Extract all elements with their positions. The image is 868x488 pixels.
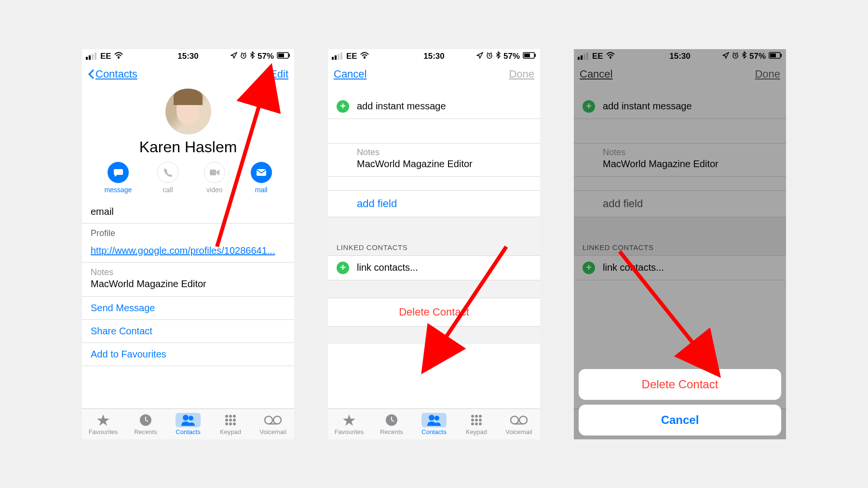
tab-bar: Favourites Recents Contacts Keypad Voice… (82, 409, 294, 439)
svg-point-39 (479, 422, 482, 425)
sheet-delete-button[interactable]: Delete Contact (579, 369, 781, 400)
link-contacts-row: + link contacts... (574, 255, 786, 280)
tab-keypad[interactable]: Keypad (455, 409, 498, 439)
tab-voicemail[interactable]: Voicemail (252, 409, 294, 439)
tab-recents[interactable]: Recents (370, 409, 413, 439)
add-favourites-row[interactable]: Add to Favourites (82, 343, 294, 366)
svg-point-45 (733, 53, 738, 58)
cancel-button[interactable]: Cancel (334, 68, 366, 80)
tab-favourites[interactable]: Favourites (82, 409, 124, 439)
location-icon (722, 52, 729, 61)
svg-point-38 (475, 422, 478, 425)
svg-point-16 (225, 422, 228, 425)
notes-value: MacWorld Magazine Editor (82, 277, 294, 296)
plus-icon: + (337, 262, 349, 274)
svg-rect-46 (769, 53, 780, 58)
signal-icon (332, 53, 343, 60)
carrier-label: EE (346, 52, 357, 61)
edit-button[interactable]: Edit (270, 68, 288, 80)
svg-point-15 (233, 419, 236, 422)
tab-contacts[interactable]: Contacts (413, 409, 455, 439)
mail-icon (251, 162, 272, 183)
svg-point-0 (118, 57, 119, 59)
voicemail-icon (510, 413, 528, 427)
svg-line-64 (620, 251, 706, 360)
clock-icon (139, 413, 152, 427)
svg-point-20 (273, 416, 281, 424)
done-button[interactable]: Done (509, 68, 534, 80)
call-action[interactable]: call (157, 162, 178, 194)
wifi-icon (606, 52, 615, 61)
bluetooth-icon (742, 51, 746, 61)
svg-point-31 (471, 415, 474, 418)
linked-contacts-header: LINKED CONTACTS (574, 235, 786, 255)
star-icon (342, 413, 356, 427)
svg-point-35 (475, 419, 478, 422)
profile-url[interactable]: http://www.google.com/profiles/10286641.… (82, 239, 294, 262)
battery-icon (769, 52, 782, 61)
clock-icon (385, 413, 398, 427)
tab-contacts[interactable]: Contacts (167, 409, 209, 439)
svg-point-9 (189, 416, 193, 421)
alarm-icon (486, 52, 493, 61)
svg-point-10 (225, 415, 228, 418)
screen-delete-confirm: EE 15:30 57% Cancel Done + add instant m… (574, 49, 786, 439)
screen-contact-detail: EE 15:30 57% Contacts Edit Karen Haslem … (82, 49, 294, 439)
svg-point-18 (233, 422, 236, 425)
svg-point-37 (471, 422, 474, 425)
add-instant-message-row: + add instant message (574, 94, 786, 119)
send-message-row[interactable]: Send Message (82, 297, 294, 319)
message-action[interactable]: message (104, 162, 132, 194)
video-action[interactable]: video (204, 162, 225, 194)
tab-recents[interactable]: Recents (124, 409, 167, 439)
mail-action[interactable]: mail (251, 162, 272, 194)
back-contacts-link[interactable]: Contacts (88, 68, 137, 80)
star-icon (96, 413, 110, 427)
tab-voicemail[interactable]: Voicemail (498, 409, 540, 439)
email-row[interactable]: email (82, 200, 294, 223)
contacts-icon (421, 413, 447, 427)
contact-name: Karen Haslem (82, 138, 294, 156)
svg-point-17 (229, 422, 232, 425)
svg-point-30 (434, 416, 439, 421)
svg-rect-26 (524, 53, 530, 57)
add-field-row: add field (574, 190, 786, 217)
tab-favourites[interactable]: Favourites (328, 409, 370, 439)
svg-point-12 (233, 415, 236, 418)
svg-point-19 (265, 416, 272, 424)
add-field-row[interactable]: add field (328, 190, 540, 217)
sheet-cancel-button[interactable]: Cancel (579, 405, 781, 435)
contacts-icon (176, 413, 201, 427)
battery-pct: 57% (749, 52, 766, 61)
phone-icon (157, 162, 178, 183)
svg-point-33 (479, 415, 482, 418)
plus-icon: + (583, 262, 595, 274)
plus-icon: + (337, 100, 349, 113)
nav-bar: Cancel Done (574, 64, 786, 85)
bluetooth-icon (496, 51, 501, 61)
tab-keypad[interactable]: Keypad (209, 409, 252, 439)
video-icon (204, 162, 225, 183)
action-sheet: Delete Contact Cancel (579, 364, 781, 435)
annotation-arrow (612, 247, 719, 374)
profile-label: Profile (82, 224, 294, 239)
link-contacts-row[interactable]: + link contacts... (328, 255, 540, 280)
screen-edit-contact: EE 15:30 57% Cancel Done + add instant m… (328, 49, 540, 439)
location-icon (476, 52, 483, 61)
svg-point-8 (183, 415, 189, 421)
wifi-icon (360, 52, 369, 61)
clock: 15:30 (669, 52, 690, 61)
share-contact-row[interactable]: Share Contact (82, 320, 294, 343)
carrier-label: EE (592, 52, 603, 61)
add-instant-message-row[interactable]: + add instant message (328, 94, 540, 119)
notes-row[interactable]: Notes MacWorld Magazine Editor (328, 143, 540, 177)
svg-rect-47 (770, 53, 776, 57)
done-button: Done (755, 68, 780, 80)
svg-point-14 (229, 419, 232, 422)
avatar (165, 89, 211, 134)
svg-point-32 (475, 415, 478, 418)
delete-contact-row[interactable]: Delete Contact (328, 298, 540, 327)
clock: 15:30 (423, 52, 444, 61)
notes-row: Notes MacWorld Magazine Editor (574, 143, 786, 177)
carrier-label: EE (100, 52, 111, 61)
